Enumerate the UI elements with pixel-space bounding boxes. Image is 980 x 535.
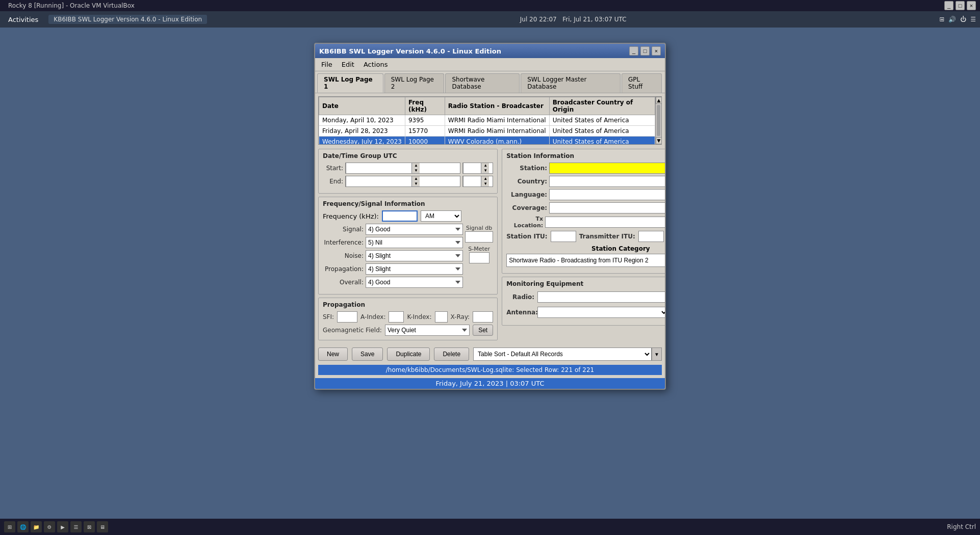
end-date-input[interactable]: Wednesday, July 12, 2023 <box>346 176 412 187</box>
duplicate-button[interactable]: Duplicate <box>387 347 430 361</box>
start-date-up-btn[interactable]: ▲ <box>412 163 420 168</box>
start-date-down-btn[interactable]: ▼ <box>412 168 420 173</box>
sort-select-row: Table Sort - Default All Records ▼ <box>473 347 662 361</box>
tx-location-input[interactable]: United States of America-Fort Collins, C… <box>545 217 666 228</box>
menu-edit[interactable]: Edit <box>338 60 358 69</box>
antenna-select[interactable] <box>537 307 666 318</box>
row2-station: WRMI Radio Miami International <box>445 126 549 137</box>
bottom-icon-6[interactable]: ☰ <box>70 521 82 532</box>
end-time-down-btn[interactable]: ▼ <box>482 181 489 186</box>
bottom-icon-1[interactable]: ⊞ <box>4 521 15 532</box>
radio-select[interactable] <box>537 291 666 303</box>
window-close-btn[interactable]: × <box>652 46 661 56</box>
menu-actions[interactable]: Actions <box>359 60 392 69</box>
start-time-up-btn[interactable]: ▲ <box>482 163 489 168</box>
end-label: End: <box>323 178 343 185</box>
taskbar-tz: Fri, Jul 21, 03:07 UTC <box>562 16 626 23</box>
bottom-icon-4[interactable]: ⚙ <box>44 521 55 532</box>
end-date-input-wrap[interactable]: Wednesday, July 12, 2023 ▲ ▼ <box>345 176 460 187</box>
bottom-icon-8[interactable]: 🖥 <box>97 521 108 532</box>
signal-select[interactable]: 4) Good <box>366 224 463 235</box>
propagation-select[interactable]: 4) Slight <box>366 263 463 275</box>
tab-shortwave-database[interactable]: Shortwave Database <box>445 73 520 93</box>
bottom-icon-3[interactable]: 📁 <box>31 521 42 532</box>
window-minimize-btn[interactable]: _ <box>629 46 638 56</box>
table-scrollbar[interactable]: ▲ ▼ <box>655 97 661 144</box>
sfi-label: SFI: <box>323 313 334 320</box>
set-button[interactable]: Set <box>473 325 493 336</box>
power-icon: ⏻ <box>960 16 966 23</box>
scrollbar-up-btn[interactable]: ▲ <box>656 97 662 104</box>
noise-select[interactable]: 4) Slight <box>366 250 463 261</box>
start-time-input[interactable]: 13:56 <box>463 163 481 174</box>
sfi-input[interactable]: 214 <box>337 311 357 323</box>
window-controls[interactable]: _ □ × <box>629 46 661 56</box>
delete-button[interactable]: Delete <box>434 347 469 361</box>
category-select[interactable]: Shortwave Radio - Broadcasting from ITU … <box>506 254 666 267</box>
frequency-section-title: Frequency/Signal Information <box>323 200 493 207</box>
bottom-icon-7[interactable]: ⊠ <box>84 521 95 532</box>
tab-gpl-stuff[interactable]: GPL Stuff <box>622 73 662 93</box>
xray-input[interactable]: C2.7 <box>473 311 493 323</box>
tab-master-database[interactable]: SWL Logger Master Database <box>521 73 621 93</box>
a-index-input[interactable]: 8 <box>389 311 404 323</box>
sort-select[interactable]: Table Sort - Default All Records <box>473 347 652 361</box>
end-time-input-wrap[interactable]: 13:57 ▲ ▼ <box>462 176 493 187</box>
bottom-icons-left: ⊞ 🌐 📁 ⚙ ▶ ☰ ⊠ 🖥 <box>4 521 108 532</box>
end-date-up-btn[interactable]: ▲ <box>412 176 420 181</box>
table-row[interactable]: Monday, April 10, 2023 9395 WRMI Radio M… <box>319 115 655 126</box>
frequency-input[interactable]: 10000 <box>382 210 418 222</box>
end-time-up-btn[interactable]: ▲ <box>482 176 489 181</box>
new-button[interactable]: New <box>318 347 348 361</box>
window-maximize-btn[interactable]: □ <box>640 46 650 56</box>
transmitter-itu-input[interactable]: R2Z7 <box>638 231 664 242</box>
geo-select[interactable]: Very Quiet <box>385 325 470 336</box>
taskbar-app-indicator[interactable]: KB6IBB SWL Logger Version 4.6.0 - Linux … <box>48 15 207 24</box>
bottom-icon-2[interactable]: 🌐 <box>17 521 29 532</box>
end-date-down-btn[interactable]: ▼ <box>412 181 420 186</box>
country-input[interactable]: United States of America <box>549 176 666 187</box>
station-section-title: Station Information <box>506 152 666 159</box>
monitoring-section: Monitoring Equipment Radio: ▼ QSL Sent <box>502 277 666 326</box>
signal-label: Signal: <box>323 226 364 233</box>
coverage-input[interactable]: United States of America <box>549 202 666 213</box>
overall-select[interactable]: 4) Good <box>366 277 463 288</box>
menu-file[interactable]: File <box>317 60 337 69</box>
category-area: Station Category Shortwave Radio - Broad… <box>506 245 666 267</box>
s-meter-input[interactable]: 6 <box>469 252 489 263</box>
activities-button[interactable]: Activities <box>4 15 42 24</box>
bottom-icon-5[interactable]: ▶ <box>57 521 68 532</box>
scrollbar-thumb[interactable] <box>657 105 660 136</box>
end-time-input[interactable]: 13:57 <box>463 176 481 187</box>
os-close-btn[interactable]: × <box>967 1 976 10</box>
taskbar: Activities KB6IBB SWL Logger Version 4.6… <box>0 11 980 28</box>
table-row-selected[interactable]: Wednesday, July 12, 2023 10000 WWV Color… <box>319 137 655 145</box>
taskbar-datetime: Jul 20 22:07 Fri, Jul 21, 03:07 UTC <box>215 16 931 23</box>
start-date-input-wrap[interactable]: Wednesday, July 12, 2023 ▲ ▼ <box>345 163 460 174</box>
s-meter-group: S-Meter 6 <box>468 246 490 263</box>
row3-date: Wednesday, July 12, 2023 <box>319 137 405 145</box>
table-row[interactable]: Friday, April 28, 2023 15770 WRMI Radio … <box>319 126 655 137</box>
start-time-input-wrap[interactable]: 13:56 ▲ ▼ <box>462 163 493 174</box>
station-itu-label: Station ITU: <box>506 233 547 240</box>
sort-dropdown-btn[interactable]: ▼ <box>652 347 662 361</box>
os-minimize-btn[interactable]: _ <box>944 1 953 10</box>
interference-select[interactable]: 5) Nil <box>366 237 463 248</box>
tab-swl-log-page1[interactable]: SWL Log Page 1 <box>317 73 383 93</box>
station-input[interactable]: WWV Colorado (m.ann.) <box>549 163 666 174</box>
k-index-input[interactable]: 1 <box>435 311 448 323</box>
tab-swl-log-page2[interactable]: SWL Log Page 2 <box>384 73 445 93</box>
modulation-select[interactable]: AM <box>421 210 461 222</box>
save-button[interactable]: Save <box>352 347 383 361</box>
scrollbar-down-btn[interactable]: ▼ <box>656 137 662 144</box>
signal-db-input[interactable]: -98.2 <box>465 231 493 243</box>
a-index-label: A-Index: <box>360 313 385 320</box>
start-date-input[interactable]: Wednesday, July 12, 2023 <box>346 163 412 174</box>
os-maximize-btn[interactable]: □ <box>956 1 965 10</box>
signal-left: Signal: 4) Good Interference: <box>323 224 463 290</box>
os-window-controls[interactable]: _ □ × <box>944 1 976 10</box>
noise-row: Noise: 4) Slight <box>323 250 463 261</box>
station-itu-input[interactable]: R2Z7 <box>551 231 576 242</box>
start-time-down-btn[interactable]: ▼ <box>482 168 489 173</box>
language-input[interactable]: Time Signal Station <box>549 189 666 200</box>
